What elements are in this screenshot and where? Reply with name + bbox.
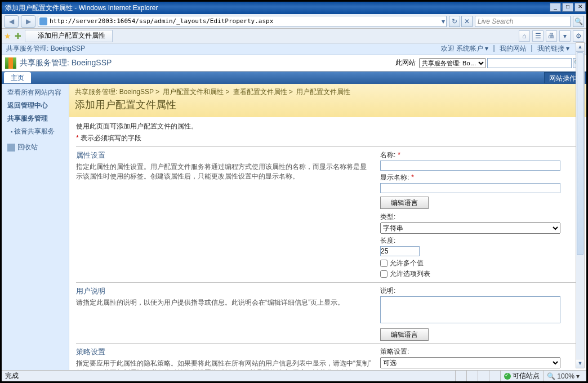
type-label: 类型: — [380, 212, 580, 222]
address-dropdown-icon[interactable]: ▾ — [442, 17, 445, 25]
quick-launch-sidebar: 查看所有网站内容 返回管理中心 共享服务管理 被音共享服务 回收站 — [2, 84, 69, 379]
refresh-button[interactable]: ↻ — [449, 16, 460, 27]
sp-logo-icon — [5, 57, 16, 69]
browser-search-box[interactable]: Live Search — [475, 16, 571, 27]
tab-page-icon — [29, 33, 35, 39]
url-input[interactable] — [50, 17, 442, 25]
trusted-icon — [504, 373, 511, 380]
maximize-button[interactable]: □ — [562, 3, 573, 12]
sec-userdesc-title: 用户说明 — [76, 286, 372, 296]
length-input[interactable] — [380, 246, 420, 256]
vertical-scrollbar[interactable]: ▲ ▼ — [576, 42, 585, 368]
length-label: 长度: — [380, 236, 580, 246]
forward-button[interactable]: ▶ — [21, 15, 35, 28]
sidebar-ssp-admin[interactable]: 共享服务管理 — [2, 112, 69, 125]
search-placeholder: Live Search — [478, 17, 513, 25]
browser-nav-bar: ◀ ▶ ▾ ↻ ✕ Live Search 🔍 — [2, 14, 586, 29]
edit-language-button-2[interactable]: 编辑语言 — [380, 328, 429, 341]
status-done: 完成 — [5, 371, 19, 381]
status-bar: 完成 可信站点 🔍 100% ▾ — [2, 370, 586, 381]
mylinks-menu[interactable]: 我的链接 ▾ — [537, 44, 569, 54]
sec-userdesc-text: 请指定此属性的说明，以便为用户提供指导或信息。此说明会在“编辑详细信息”页上显示… — [76, 298, 372, 308]
recycle-icon — [7, 144, 15, 152]
address-bar[interactable]: ▾ — [38, 16, 447, 27]
sidebar-this-ssp[interactable]: 被音共享服务 — [2, 125, 69, 138]
home-icon[interactable]: ⌂ — [519, 30, 530, 42]
search-go-button[interactable]: 🔍 — [573, 16, 584, 27]
crumb-ssp[interactable]: 共享服务管理: BoeingSSP — [75, 88, 154, 96]
allow-multi-label: 允许多个值 — [390, 259, 424, 268]
crumb-profiles[interactable]: 用户配置文件和属性 — [163, 88, 224, 96]
page-description: 使用此页面可添加用户配置文件的属性。 — [76, 122, 580, 131]
sec-prop-title: 属性设置 — [76, 150, 372, 161]
tab-label: 添加用户配置文件属性 — [38, 31, 105, 41]
print-icon[interactable]: 🖶 — [546, 30, 557, 42]
displayname-label: 显示名称:* — [380, 173, 580, 182]
favorites-icon[interactable]: ★ — [4, 32, 11, 41]
search-scope-select[interactable]: 共享服务管理: Bo… — [419, 58, 486, 68]
stop-button[interactable]: ✕ — [461, 16, 473, 27]
page-menu-icon[interactable]: ▾ — [559, 30, 571, 42]
name-input[interactable] — [380, 161, 560, 171]
policy-setting-label: 策略设置: — [380, 347, 580, 357]
desc-label: 说明: — [380, 286, 580, 296]
scroll-up-button[interactable]: ▲ — [576, 43, 584, 52]
minimize-button[interactable]: _ — [550, 3, 561, 12]
allow-choice-label: 允许选项列表 — [390, 269, 430, 279]
crumb-view-props[interactable]: 查看配置文件属性 — [233, 88, 287, 96]
browser-tab[interactable]: 添加用户配置文件属性 — [25, 30, 113, 42]
sp-top-nav: 主页 网站操作 ▾ — [2, 72, 586, 84]
page-title: 添加用户配置文件属性 — [75, 98, 581, 112]
sp-header: 共享服务管理: BoeingSSP 此网站 共享服务管理: Bo… 🔍 — [2, 55, 586, 72]
search-scope-label: 此网站 — [395, 58, 416, 68]
ie-page-icon — [39, 17, 47, 25]
mysite-link[interactable]: 我的网站 — [500, 44, 527, 54]
zoom-control[interactable]: 🔍 100% ▾ — [543, 371, 583, 381]
sidebar-back-admin[interactable]: 返回管理中心 — [2, 99, 69, 112]
required-note: * 表示必须填写的字段 — [76, 133, 580, 143]
desc-textarea[interactable] — [380, 296, 560, 323]
displayname-input[interactable] — [380, 183, 560, 193]
add-favorite-icon[interactable]: ✚ — [15, 32, 21, 41]
sec-prop-text: 指定此属性的属性设置。用户配置文件服务将通过编程方式使用该属性的名称，而显示名称… — [76, 162, 372, 181]
allow-choice-checkbox[interactable] — [380, 270, 387, 278]
scroll-down-button[interactable]: ▼ — [576, 359, 584, 368]
breadcrumb: 共享服务管理: BoeingSSP> 用户配置文件和属性> 查看配置文件属性> … — [75, 87, 581, 97]
sp-site-title: 共享服务管理: BoeingSSP — [20, 58, 112, 68]
welcome-menu[interactable]: 欢迎 系统帐户 ▾ — [441, 44, 489, 54]
type-select[interactable]: 字符串 — [380, 222, 560, 234]
back-button[interactable]: ◀ — [4, 15, 19, 28]
sp-global-left: 共享服务管理: BoeingSSP — [6, 44, 85, 54]
sidebar-view-all[interactable]: 查看所有网站内容 — [2, 86, 69, 99]
sidebar-recycle-bin[interactable]: 回收站 — [2, 142, 69, 152]
name-label: 名称:* — [380, 150, 580, 160]
crumb-current: 用户配置文件属性 — [296, 88, 350, 96]
tools-menu-icon[interactable]: ⚙ — [573, 30, 584, 42]
sp-global-bar: 共享服务管理: BoeingSSP 欢迎 系统帐户 ▾ | 我的网站 | 我的链… — [2, 43, 586, 55]
window-title: 添加用户配置文件属性 - Windows Internet Explorer — [5, 2, 158, 14]
close-button[interactable]: ✕ — [574, 3, 586, 12]
window-title-bar: 添加用户配置文件属性 - Windows Internet Explorer _… — [2, 2, 586, 14]
browser-tab-bar: ★ ✚ 添加用户配置文件属性 ⌂ ☰ 🖶 ▾ ⚙ — [2, 29, 586, 43]
main-content: 共享服务管理: BoeingSSP> 用户配置文件和属性> 查看配置文件属性> … — [69, 84, 586, 379]
trusted-sites-zone[interactable]: 可信站点 — [500, 371, 543, 381]
sp-search-input[interactable] — [487, 58, 572, 68]
allow-multi-checkbox[interactable] — [380, 260, 387, 267]
feeds-icon[interactable]: ☰ — [532, 30, 544, 42]
home-tab[interactable]: 主页 — [4, 72, 31, 83]
edit-language-button-1[interactable]: 编辑语言 — [380, 197, 429, 209]
scroll-thumb[interactable] — [577, 52, 583, 255]
policy-setting-select[interactable]: 可选 — [380, 357, 560, 368]
sec-policy-title: 策略设置 — [76, 347, 372, 357]
